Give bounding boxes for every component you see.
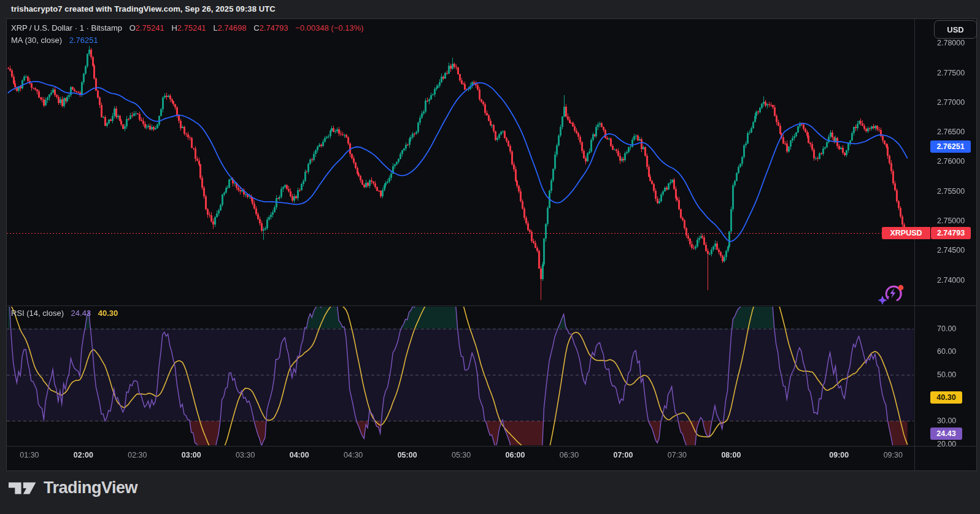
- rsi-tick-label: 30.00: [937, 416, 956, 425]
- rsi-tick-label: 70.00: [937, 324, 956, 333]
- chart-canvas[interactable]: [0, 0, 980, 514]
- time-tick-label: 02:00: [65, 451, 102, 459]
- close-value: 2.74793: [260, 23, 288, 33]
- tradingview-logo[interactable]: TradingView: [9, 478, 137, 497]
- price-pane-legend: XRP / U.S. Dollar · 1 · Bitstamp O2.7524…: [11, 23, 364, 33]
- symbol-price-tag: XRPUSD: [882, 227, 930, 239]
- close-label: C: [253, 23, 259, 33]
- price-tick-label: 2.76000: [937, 157, 965, 166]
- rsi-tick-label: 20.00: [937, 440, 956, 448]
- price-tick-label: 2.76500: [937, 128, 965, 136]
- ma-value-tag: 2.76251: [930, 140, 971, 153]
- time-tick-label: 08:00: [712, 451, 749, 459]
- price-tick-label: 2.75500: [937, 187, 965, 196]
- price-axis-separator[interactable]: [914, 19, 915, 470]
- tradingview-chart-screenshot: trishacrypto7 created with TradingView.c…: [0, 0, 980, 514]
- price-tick-label: 2.77000: [937, 98, 965, 107]
- price-tick-label: 2.74500: [937, 246, 965, 255]
- lightning-bolt-icon: [890, 288, 896, 298]
- time-tick-label: 01:30: [11, 451, 48, 459]
- pane-separator[interactable]: [7, 305, 976, 306]
- high-label: H: [171, 23, 177, 33]
- time-tick-label: 07:00: [604, 451, 641, 459]
- rsi-pane-legend: RSI (14, close) 24.43 40.30: [11, 309, 118, 318]
- tradingview-logo-text: TradingView: [44, 478, 137, 497]
- time-tick-label: 05:30: [443, 451, 480, 459]
- sparkle-star-icon: [878, 296, 887, 305]
- time-axis-separator[interactable]: [7, 446, 976, 447]
- time-tick-label: 03:30: [227, 451, 264, 459]
- rsi-label: RSI (14, close): [11, 309, 64, 318]
- notification-dot: [898, 285, 904, 291]
- symbol-title: XRP / U.S. Dollar · 1 · Bitstamp: [11, 23, 122, 33]
- arrow-head: [885, 296, 889, 300]
- magic-technicals-icon[interactable]: [876, 280, 906, 307]
- time-tick-label: 05:00: [389, 451, 426, 459]
- low-label: L: [213, 23, 217, 33]
- price-tick-label: 2.77500: [937, 69, 965, 77]
- low-value: 2.74698: [218, 23, 247, 33]
- time-tick-label: 09:30: [874, 451, 911, 459]
- time-tick-label: 02:30: [119, 451, 156, 459]
- rsi-ma-value-tag: 40.30: [930, 391, 962, 404]
- rsi-tick-label: 60.00: [937, 347, 956, 356]
- rsi-ma-value: 40.30: [98, 309, 118, 318]
- price-tick-label: 2.75000: [937, 217, 965, 225]
- last-price-tag: 2.74793: [931, 227, 971, 239]
- rsi-tick-label: 50.00: [937, 370, 956, 379]
- time-tick-label: 04:30: [335, 451, 372, 459]
- tradingview-logo-icon: [9, 481, 37, 495]
- rsi-value: 24.43: [71, 309, 91, 318]
- change-value: −0.00348 (−0.13%): [295, 23, 363, 33]
- ma-label: MA (30, close): [11, 36, 62, 45]
- time-tick-label: 06:00: [497, 451, 534, 459]
- time-tick-label: 06:30: [551, 451, 588, 459]
- time-tick-label: 04:00: [281, 451, 318, 459]
- ma-tag-text: 2.76251: [936, 142, 964, 151]
- symbol-tag-text: XRPUSD: [890, 229, 922, 237]
- price-tick-label: 2.74000: [937, 276, 965, 285]
- rsi-ma-tag-text: 40.30: [936, 393, 955, 402]
- time-tick-label: 09:00: [820, 451, 857, 459]
- open-value: 2.75241: [136, 23, 164, 33]
- price-tag-text: 2.74793: [937, 229, 965, 237]
- time-tick-label: 07:30: [658, 451, 695, 459]
- time-tick-label: 03:00: [173, 451, 210, 459]
- ma-value: 2.76251: [69, 36, 98, 45]
- open-label: O: [129, 23, 136, 33]
- currency-usd-button[interactable]: USD: [934, 20, 977, 39]
- price-tick-label: 2.78000: [937, 39, 965, 47]
- rsi-tag-text: 24.43: [936, 429, 955, 438]
- bottom-bar: TradingView: [0, 471, 980, 514]
- rsi-value-tag: 24.43: [930, 428, 962, 440]
- high-value: 2.75241: [177, 23, 206, 33]
- ma-legend: MA (30, close) 2.76251: [11, 36, 98, 45]
